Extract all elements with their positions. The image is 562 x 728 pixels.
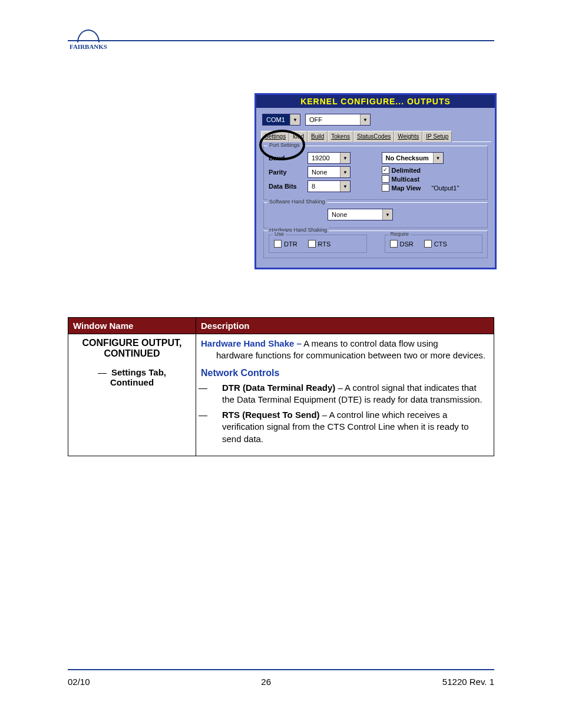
footer-rule — [68, 669, 494, 670]
group-legend: Use — [273, 231, 286, 237]
chevron-down-icon: ▼ — [433, 153, 443, 163]
settings-tab-highlight-circle — [259, 130, 305, 160]
tab-tokens[interactable]: Tokens — [328, 131, 353, 142]
tab-ipsetup[interactable]: IP Setup — [422, 131, 452, 142]
tab-weights[interactable]: Weights — [394, 131, 422, 142]
delimited-checkbox[interactable]: ✓Delimited — [382, 166, 483, 174]
documentation-table: Window Name Description CONFIGURE OUTPUT… — [68, 317, 494, 456]
footer-revision: 51220 Rev. 1 — [442, 677, 494, 687]
cts-checkbox[interactable]: CTS — [424, 240, 447, 248]
off-select[interactable]: OFF ▼ — [305, 114, 371, 126]
header-rule — [68, 40, 494, 41]
window-title: KERNEL CONFIGURE... OUTPUTS — [256, 95, 495, 108]
com-port-select[interactable]: COM1 ▼ — [262, 114, 300, 126]
group-legend: Software Hand Shaking — [267, 199, 327, 205]
parity-label: Parity — [269, 169, 308, 176]
checksum-select[interactable]: No Checksum▼ — [382, 152, 444, 164]
dsr-checkbox[interactable]: DSR — [390, 240, 414, 248]
chevron-down-icon: ▼ — [340, 181, 350, 192]
tab-statuscodes[interactable]: StatusCodes — [353, 131, 394, 142]
software-handshaking-group: Software Hand Shaking None▼ — [263, 202, 488, 228]
footer-page-number: 26 — [261, 677, 271, 687]
chevron-down-icon: ▼ — [360, 114, 370, 125]
hw-require-group: Require DSR CTS — [385, 235, 483, 253]
kernel-configure-outputs-window: KERNEL CONFIGURE... OUTPUTS COM1 ▼ OFF ▼… — [254, 93, 497, 269]
tab-build[interactable]: Build — [308, 131, 328, 142]
sw-handshake-select[interactable]: None▼ — [328, 209, 393, 220]
baud-select[interactable]: 19200▼ — [308, 152, 351, 164]
col-header-window-name: Window Name — [68, 318, 196, 334]
hardware-handshaking-group: Hardware Hand Shaking Use DTR RTS Requir… — [263, 230, 488, 258]
dtr-checkbox[interactable]: DTR — [274, 240, 297, 248]
parity-select[interactable]: None▼ — [308, 166, 351, 178]
chevron-down-icon: ▼ — [290, 114, 300, 125]
col-header-description: Description — [196, 318, 494, 334]
mapview-value: "Output1" — [431, 185, 459, 192]
chevron-down-icon: ▼ — [340, 153, 350, 163]
chevron-down-icon: ▼ — [382, 209, 392, 220]
hw-use-group: Use DTR RTS — [269, 235, 367, 253]
page-footer: 02/10 26 51220 Rev. 1 — [68, 677, 494, 687]
multicast-checkbox[interactable]: Multicast — [382, 175, 483, 183]
group-legend: Require — [389, 231, 411, 237]
databits-label: Data Bits — [269, 183, 308, 190]
mapview-checkbox[interactable]: Map View"Output1" — [382, 184, 483, 192]
databits-select[interactable]: 8▼ — [308, 180, 351, 192]
chevron-down-icon: ▼ — [340, 167, 350, 177]
footer-date: 02/10 — [68, 677, 90, 687]
description-cell: Hardware Hand Shake – A means to control… — [196, 334, 494, 456]
window-name-cell: CONFIGURE OUTPUT, CONTINUED —Settings Ta… — [68, 334, 196, 456]
rts-checkbox[interactable]: RTS — [308, 240, 331, 248]
